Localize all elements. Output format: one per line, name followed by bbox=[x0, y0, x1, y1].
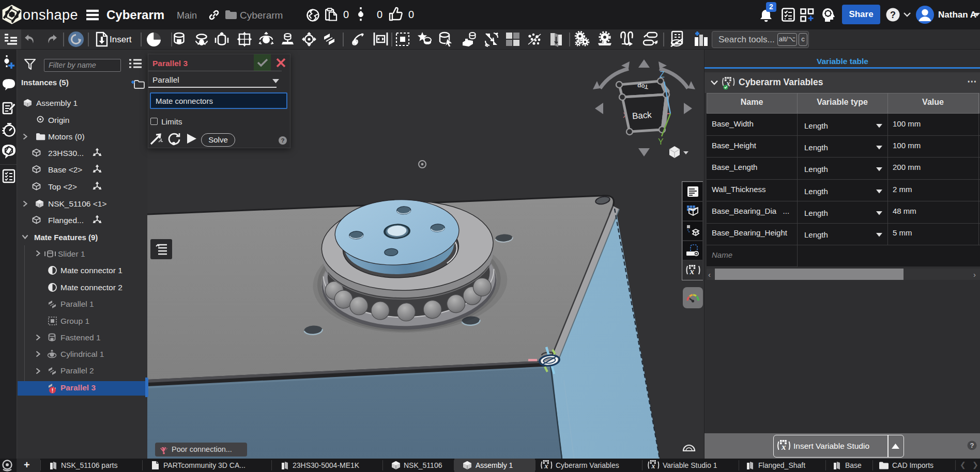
svg-text:Top: Top bbox=[637, 82, 648, 90]
svg-text:?: ? bbox=[970, 442, 974, 449]
svg-text:x: x bbox=[651, 462, 655, 470]
svg-text:x: x bbox=[690, 266, 695, 276]
svg-text:!: ! bbox=[52, 387, 54, 394]
svg-text:Z: Z bbox=[660, 70, 665, 79]
svg-text:x: x bbox=[781, 442, 786, 452]
svg-text:x: x bbox=[544, 462, 548, 470]
svg-text:Y: Y bbox=[658, 137, 664, 146]
svg-text:?: ? bbox=[281, 137, 284, 144]
svg-text:Back: Back bbox=[632, 110, 652, 121]
svg-text:?: ? bbox=[890, 10, 896, 20]
